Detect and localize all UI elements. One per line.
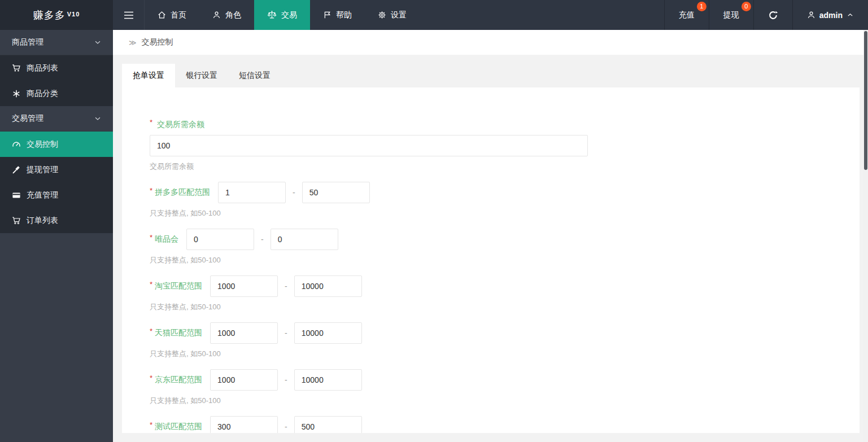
navbar-right: 充值 1 提现 0 admin — [664, 0, 868, 30]
vip-max-input[interactable] — [271, 229, 338, 250]
nav-item-help[interactable]: 帮助 — [310, 0, 365, 30]
tmall-max-input[interactable] — [294, 322, 362, 344]
recharge-badge: 1 — [697, 2, 706, 11]
breadcrumb-chevron-icon: ≫ — [129, 38, 137, 47]
scrollbar-thumb[interactable] — [864, 31, 867, 170]
cart-icon — [12, 64, 21, 73]
test-max-input[interactable] — [294, 416, 362, 433]
content-card: 抢单设置 银行设置 短信设置 * 交易所需余额 交易所需余额 — [122, 64, 860, 433]
pdd-max-input[interactable] — [302, 182, 370, 203]
sidebar-collapse-button[interactable] — [113, 0, 145, 30]
recharge-button[interactable]: 充值 1 — [664, 0, 709, 30]
required-mark: * — [150, 280, 152, 288]
range-separator: - — [293, 188, 295, 197]
sidebar-group-trade[interactable]: 交易管理 — [0, 106, 113, 132]
chevron-up-icon — [847, 11, 854, 19]
nav-item-role[interactable]: 角色 — [199, 0, 254, 30]
brand-version: V10 — [67, 11, 80, 17]
sidebar-group-goods[interactable]: 商品管理 — [0, 30, 113, 55]
brand-logo[interactable]: 赚多多 V10 — [0, 0, 113, 30]
refresh-icon — [768, 10, 778, 20]
sidebar-item-label: 交易控制 — [27, 139, 58, 150]
range-row: * 测试匹配范围 - — [150, 416, 837, 433]
range-row: * 拼多多匹配范围 - — [150, 182, 837, 203]
required-mark: * — [150, 327, 152, 335]
range-label: 测试匹配范围 — [155, 422, 202, 432]
sidebar-item-withdraw-manage[interactable]: 提现管理 — [0, 157, 113, 182]
range-row: * 京东匹配范围 - — [150, 369, 837, 391]
home-icon — [158, 11, 166, 19]
range-separator: - — [261, 235, 264, 244]
range-label: 淘宝匹配范围 — [155, 281, 202, 291]
required-mark: * — [150, 118, 152, 126]
jd-min-input[interactable] — [210, 369, 278, 391]
main-area: ≫ 交易控制 抢单设置 银行设置 短信设置 * 交易所需余额 交易所需余额 — [113, 30, 868, 442]
sidebar-item-label: 充值管理 — [27, 190, 58, 200]
range-label: 拼多多匹配范围 — [155, 187, 210, 198]
card-icon — [12, 191, 21, 200]
tmall-min-input[interactable] — [210, 322, 278, 344]
settings-form: * 交易所需余额 交易所需余额 * 拼多多匹配范围 - 只支持整点, 如50-1… — [122, 87, 860, 433]
sidebar-item-label: 商品列表 — [27, 63, 58, 73]
sidebar-item-label: 提现管理 — [27, 165, 58, 175]
taobao-min-input[interactable] — [210, 275, 278, 297]
withdraw-label: 提现 — [723, 10, 739, 20]
nav-item-trade[interactable]: 交易 — [254, 0, 310, 30]
nav-item-label: 交易 — [281, 10, 297, 20]
field-tmall-range: * 天猫匹配范围 - 只支持整点, 如50-100 — [150, 322, 837, 359]
breadcrumb: ≫ 交易控制 — [113, 30, 868, 55]
user-icon — [807, 11, 815, 19]
nav-item-label: 设置 — [391, 10, 407, 20]
range-hint: 只支持整点, 如50-100 — [150, 396, 837, 406]
menu-fold-icon — [124, 11, 134, 19]
balance-hint: 交易所需余额 — [150, 161, 837, 172]
test-min-input[interactable] — [210, 416, 278, 433]
range-label: 唯品会 — [155, 234, 178, 244]
nav-item-home[interactable]: 首页 — [145, 0, 199, 30]
range-label: 京东匹配范围 — [155, 375, 202, 385]
recharge-label: 充值 — [679, 10, 695, 20]
sidebar-item-recharge-manage[interactable]: 充值管理 — [0, 182, 113, 208]
range-label: 天猫匹配范围 — [155, 328, 202, 338]
gauge-icon — [12, 140, 21, 149]
pdd-min-input[interactable] — [218, 182, 286, 203]
sidebar-item-goods-category[interactable]: 商品分类 — [0, 81, 113, 106]
refresh-button[interactable] — [753, 0, 792, 30]
sidebar-group-label: 商品管理 — [12, 37, 43, 47]
username: admin — [819, 11, 843, 20]
chevron-down-icon — [94, 115, 102, 122]
range-row: * 天猫匹配范围 - — [150, 322, 837, 344]
required-mark: * — [150, 421, 152, 429]
nav-item-label: 帮助 — [336, 10, 352, 20]
tab-sms-settings[interactable]: 短信设置 — [228, 64, 281, 87]
sidebar-item-label: 订单列表 — [27, 216, 58, 226]
sidebar-item-goods-list[interactable]: 商品列表 — [0, 55, 113, 81]
sidebar-item-order-list[interactable]: 订单列表 — [0, 208, 113, 233]
tab-order-settings[interactable]: 抢单设置 — [122, 64, 175, 87]
sidebar-item-label: 商品分类 — [27, 89, 58, 99]
withdraw-button[interactable]: 提现 0 — [709, 0, 753, 30]
nav-item-settings[interactable]: 设置 — [365, 0, 420, 30]
breadcrumb-title: 交易控制 — [142, 37, 173, 47]
tab-label: 银行设置 — [186, 71, 217, 81]
tab-bank-settings[interactable]: 银行设置 — [175, 64, 228, 87]
balance-input[interactable] — [150, 135, 588, 156]
gear-icon — [378, 11, 386, 19]
sidebar-item-trade-control[interactable]: 交易控制 — [0, 132, 113, 157]
field-vip-range: * 唯品会 - 只支持整点, 如50-100 — [150, 229, 837, 265]
user-menu[interactable]: admin — [792, 0, 868, 30]
top-navbar: 赚多多 V10 首页 角色 交易 帮助 设置 — [0, 0, 868, 30]
required-mark: * — [150, 374, 152, 382]
taobao-max-input[interactable] — [294, 275, 362, 297]
range-row: * 唯品会 - — [150, 229, 837, 250]
withdraw-badge: 0 — [741, 2, 751, 11]
range-hint: 只支持整点, 如50-100 — [150, 302, 837, 312]
range-separator: - — [285, 329, 287, 338]
vip-min-input[interactable] — [186, 229, 254, 250]
brand-name: 赚多多 — [33, 8, 66, 22]
range-hint: 只支持整点, 如50-100 — [150, 349, 837, 359]
field-jd-range: * 京东匹配范围 - 只支持整点, 如50-100 — [150, 369, 837, 406]
jd-max-input[interactable] — [294, 369, 362, 391]
vertical-scrollbar[interactable] — [863, 30, 868, 442]
sidebar-group-label: 交易管理 — [12, 113, 43, 124]
